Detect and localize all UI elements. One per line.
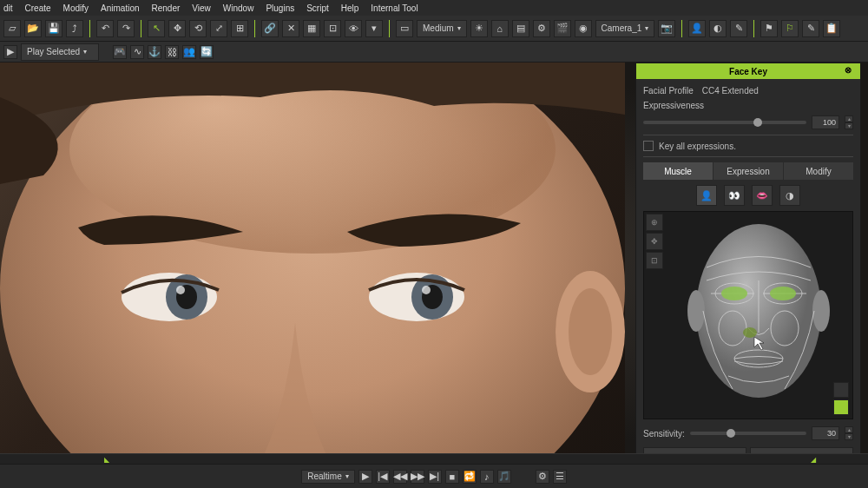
sensitivity-slider[interactable] [690, 432, 806, 435]
play-toolbar: ▶ Play Selected 🎮 ∿ ⚓ ⛓ 👥 🔄 [0, 42, 868, 63]
menu-window[interactable]: Window [223, 3, 254, 13]
undo-icon[interactable]: ↶ [96, 20, 114, 37]
expressiveness-input[interactable] [812, 115, 839, 129]
sensitivity-spinner[interactable]: ▴▾ [845, 426, 853, 440]
sound-icon[interactable]: ♪ [480, 470, 494, 484]
unlink-icon[interactable]: ✕ [282, 20, 299, 37]
tongue-icon[interactable]: ◑ [779, 185, 800, 206]
move-icon[interactable]: ✥ [168, 20, 186, 37]
eye-icon[interactable]: 👁 [345, 20, 362, 37]
new-project-icon[interactable]: ▱ [3, 20, 21, 37]
zoom-icon[interactable]: ⊡ [646, 252, 663, 269]
dropdown-icon[interactable]: ▾ [365, 20, 383, 37]
camera-dropdown[interactable]: Camera_1 [595, 20, 655, 37]
settings-icon[interactable]: ⚙ [533, 20, 550, 37]
quality-dropdown[interactable]: Medium [417, 20, 467, 37]
facial-profile-label: Facial Profile [643, 86, 694, 96]
rotate-icon[interactable]: ⟲ [189, 20, 207, 37]
gamepad-icon[interactable]: 🎮 [113, 45, 127, 59]
menu-help[interactable]: Help [341, 3, 359, 13]
skip-start-icon[interactable]: |◀ [376, 470, 390, 484]
snap-icon[interactable]: ⊡ [324, 20, 341, 37]
pan-icon[interactable]: ✥ [646, 233, 663, 250]
redo-icon[interactable]: ↷ [117, 20, 135, 37]
menu-view[interactable]: View [192, 3, 211, 13]
key-all-label: Key all expressions. [659, 142, 736, 151]
sensitivity-label: Sensitivity: [643, 429, 685, 439]
local-icon[interactable]: ⊞ [231, 20, 248, 37]
play-button[interactable]: ▶ [358, 470, 372, 484]
main-toolbar: ▱ 📂 💾 ⤴ ↶ ↷ ↖ ✥ ⟲ ⤢ ⊞ 🔗 ✕ ▦ ⊡ 👁 ▾ ▭ Medi… [0, 16, 868, 42]
character-render [0, 63, 625, 464]
facial-profile-value: CC4 Extended [702, 86, 759, 96]
path-icon[interactable]: ∿ [130, 45, 144, 59]
menu-internal-tool[interactable]: Internal Tool [371, 3, 418, 13]
save-icon[interactable]: 💾 [45, 20, 62, 37]
anchor-icon[interactable]: ⚓ [148, 45, 161, 59]
wireframe-toggle-icon[interactable] [833, 382, 849, 398]
menu-script[interactable]: Script [306, 3, 329, 13]
paste-icon[interactable]: 📋 [823, 20, 840, 37]
key-all-checkbox[interactable] [643, 141, 654, 151]
play-mode-dropdown[interactable]: Play Selected [21, 43, 99, 61]
sensitivity-input[interactable] [812, 426, 839, 440]
link-icon[interactable]: 🔗 [261, 20, 279, 37]
scale-icon[interactable]: ⤢ [210, 20, 227, 37]
tab-expression[interactable]: Expression [713, 162, 783, 180]
puppet-icon[interactable]: 👤 [688, 20, 706, 37]
head-icon[interactable]: 👤 [696, 185, 717, 206]
link2-icon[interactable]: ⛓ [165, 45, 179, 59]
light-icon[interactable]: ☀ [470, 20, 488, 37]
menu-render[interactable]: Render [152, 3, 181, 13]
camera-icon[interactable]: 📷 [658, 20, 675, 37]
separator [89, 20, 90, 37]
orbit-icon[interactable]: ⊕ [646, 214, 663, 231]
flag1-icon[interactable]: ⚑ [760, 20, 778, 37]
timeline-list-icon[interactable]: ☰ [553, 470, 567, 484]
film-icon[interactable]: 🎬 [554, 20, 571, 37]
cycle-icon[interactable]: 🔄 [200, 45, 214, 59]
grid-icon[interactable]: ▦ [303, 20, 320, 37]
eyes-icon[interactable]: 👀 [724, 185, 745, 206]
tab-modify[interactable]: Modify [784, 162, 853, 180]
menu-create[interactable]: Create [25, 3, 51, 13]
expressiveness-spinner[interactable]: ▴▾ [845, 115, 853, 129]
panel-close-icon[interactable]: ⊗ [845, 65, 857, 77]
people-icon[interactable]: 👥 [182, 45, 196, 59]
marker-end-icon[interactable]: ◢ [811, 456, 816, 464]
export-icon[interactable]: ⤴ [66, 20, 83, 37]
timeline-scrub[interactable]: ◣ ◢ [0, 453, 868, 464]
prev-frame-icon[interactable]: ◀◀ [393, 470, 407, 484]
menu-animation[interactable]: Animation [101, 3, 139, 13]
timeline-mode-dropdown[interactable]: Realtime [301, 470, 354, 484]
menu-plugins[interactable]: Plugins [266, 3, 294, 13]
skip-end-icon[interactable]: ▶| [428, 470, 442, 484]
select-icon[interactable]: ↖ [148, 20, 165, 37]
face-3d-view[interactable] [665, 212, 852, 419]
svg-point-15 [687, 290, 705, 332]
open-icon[interactable]: 📂 [24, 20, 42, 37]
loop-icon[interactable]: 🔁 [463, 470, 477, 484]
tab-muscle[interactable]: Muscle [643, 162, 713, 180]
metronome-icon[interactable]: 🎵 [497, 470, 511, 484]
menu-modify[interactable]: Modify [63, 3, 89, 13]
timeline-settings-icon[interactable]: ⚙ [536, 470, 549, 484]
play-icon[interactable]: ▶ [3, 45, 17, 59]
home-icon[interactable]: ⌂ [491, 20, 509, 37]
morph-icon[interactable]: ◐ [709, 20, 727, 37]
menu-edit[interactable]: dit [3, 3, 13, 13]
floor-icon[interactable]: ▤ [512, 20, 529, 37]
marker-start-icon[interactable]: ◣ [104, 456, 109, 464]
stop-icon[interactable]: ■ [445, 470, 459, 484]
svg-point-22 [721, 287, 747, 300]
mouth-icon[interactable]: 👄 [752, 185, 773, 206]
tool-icon[interactable]: ✎ [730, 20, 747, 37]
svg-point-24 [743, 327, 757, 338]
globe-icon[interactable]: ◉ [575, 20, 592, 37]
mirror-icon[interactable] [833, 399, 849, 415]
render-icon[interactable]: ▭ [396, 20, 413, 37]
edit-icon[interactable]: ✎ [802, 20, 819, 37]
flag2-icon[interactable]: ⚐ [781, 20, 799, 37]
expressiveness-slider[interactable] [643, 121, 806, 124]
next-frame-icon[interactable]: ▶▶ [411, 470, 424, 484]
